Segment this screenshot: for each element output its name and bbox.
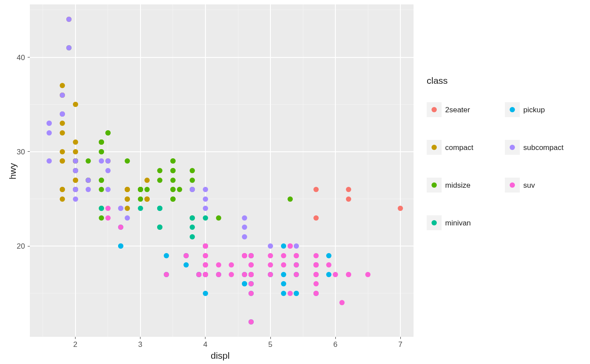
x-tick-label: 5 bbox=[268, 341, 272, 348]
x-tick bbox=[140, 337, 140, 339]
data-point bbox=[60, 187, 65, 192]
data-point bbox=[118, 243, 123, 249]
data-point bbox=[190, 168, 195, 173]
data-point bbox=[157, 178, 162, 183]
y-tick-label: 30 bbox=[17, 148, 25, 156]
data-point bbox=[190, 215, 195, 221]
data-point bbox=[281, 291, 286, 296]
x-axis-title: displ bbox=[211, 351, 230, 360]
data-point bbox=[281, 281, 286, 286]
data-point bbox=[281, 243, 286, 249]
data-point bbox=[365, 272, 371, 277]
legend-label: suv bbox=[523, 182, 535, 189]
data-point bbox=[125, 206, 130, 211]
x-tick-label: 2 bbox=[73, 341, 77, 348]
chart-container: displ hwy class 2345672030402seatercompa… bbox=[0, 0, 590, 364]
grid-minor-h bbox=[30, 104, 414, 105]
data-point bbox=[138, 187, 143, 192]
data-point bbox=[268, 253, 273, 258]
data-point bbox=[203, 196, 208, 202]
data-point bbox=[196, 272, 201, 277]
data-point bbox=[190, 234, 195, 239]
data-point bbox=[216, 215, 221, 221]
data-point bbox=[242, 253, 247, 258]
data-point bbox=[99, 178, 104, 183]
grid-major-v bbox=[205, 4, 206, 337]
y-axis-title: hwy bbox=[8, 163, 17, 179]
grid-major-v bbox=[140, 4, 141, 337]
data-point bbox=[99, 149, 104, 154]
data-point bbox=[73, 168, 78, 173]
data-point bbox=[216, 262, 221, 268]
data-point bbox=[47, 121, 52, 126]
data-point bbox=[216, 272, 221, 277]
legend-swatch bbox=[510, 107, 515, 112]
data-point bbox=[313, 281, 319, 286]
data-point bbox=[138, 196, 143, 202]
grid-minor-v bbox=[238, 4, 238, 337]
data-point bbox=[190, 187, 195, 192]
data-point bbox=[313, 262, 319, 268]
data-point bbox=[313, 272, 319, 277]
y-tick-label: 40 bbox=[17, 54, 25, 61]
data-point bbox=[86, 178, 91, 183]
data-point bbox=[105, 158, 111, 164]
data-point bbox=[326, 272, 331, 277]
data-point bbox=[242, 281, 247, 286]
data-point bbox=[99, 206, 104, 211]
data-point bbox=[99, 215, 104, 221]
data-point bbox=[118, 206, 123, 211]
data-point bbox=[203, 253, 208, 258]
data-point bbox=[60, 93, 65, 98]
data-point bbox=[60, 111, 65, 117]
data-point bbox=[86, 158, 91, 164]
legend-title: class bbox=[427, 76, 448, 85]
data-point bbox=[183, 262, 189, 268]
x-tick bbox=[205, 337, 205, 339]
data-point bbox=[105, 130, 111, 136]
x-tick bbox=[75, 337, 76, 339]
data-point bbox=[326, 253, 331, 258]
data-point bbox=[170, 178, 176, 183]
data-point bbox=[242, 215, 247, 221]
data-point bbox=[248, 319, 254, 325]
data-point bbox=[170, 196, 176, 202]
data-point bbox=[105, 206, 111, 211]
data-point bbox=[105, 187, 111, 192]
data-point bbox=[105, 215, 111, 221]
grid-major-h bbox=[30, 246, 414, 246]
x-tick-label: 3 bbox=[138, 341, 142, 348]
data-point bbox=[73, 187, 78, 192]
grid-minor-v bbox=[43, 4, 43, 337]
data-point bbox=[294, 272, 299, 277]
data-point bbox=[157, 225, 162, 230]
x-tick bbox=[270, 337, 271, 339]
legend-label: subcompact bbox=[523, 144, 564, 151]
data-point bbox=[333, 272, 338, 277]
data-point bbox=[73, 196, 78, 202]
data-point bbox=[294, 291, 299, 296]
data-point bbox=[313, 253, 319, 258]
data-point bbox=[66, 17, 72, 22]
data-point bbox=[60, 83, 65, 88]
data-point bbox=[203, 187, 208, 192]
data-point bbox=[346, 272, 351, 277]
x-tick-label: 7 bbox=[398, 341, 402, 348]
grid-major-h bbox=[30, 151, 414, 152]
legend-label: pickup bbox=[523, 106, 545, 114]
data-point bbox=[144, 187, 150, 192]
x-tick bbox=[335, 337, 336, 339]
data-point bbox=[203, 215, 208, 221]
data-point bbox=[125, 187, 130, 192]
grid-major-v bbox=[400, 4, 401, 337]
data-point bbox=[248, 262, 254, 268]
grid-minor-h bbox=[30, 293, 414, 293]
legend-swatch bbox=[432, 220, 437, 225]
data-point bbox=[164, 253, 169, 258]
y-tick bbox=[28, 57, 30, 57]
legend-swatch bbox=[510, 182, 515, 188]
data-point bbox=[60, 121, 65, 126]
data-point bbox=[99, 187, 104, 192]
data-point bbox=[125, 215, 130, 221]
data-point bbox=[73, 178, 78, 183]
